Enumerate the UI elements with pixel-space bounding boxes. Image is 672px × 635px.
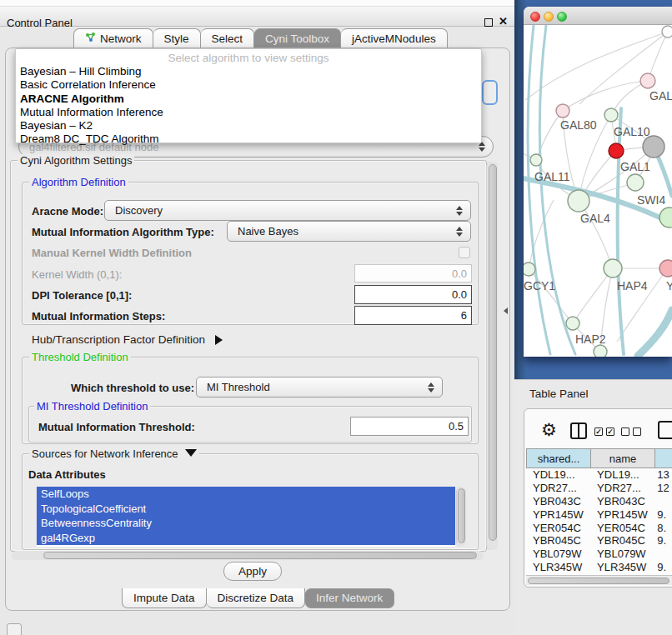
network-node-white[interactable] xyxy=(662,26,672,38)
network-edge[interactable] xyxy=(563,81,648,111)
table-cell: 9. xyxy=(654,508,672,522)
table-row[interactable]: YLR345WYLR345W9. xyxy=(526,561,672,574)
table-cell: YLR345W xyxy=(590,561,654,574)
kernel-width-field[interactable]: 0.0 xyxy=(354,264,472,282)
algorithm-option[interactable]: Mutual Information Inference xyxy=(16,106,481,119)
network-node-pinkstrong[interactable] xyxy=(659,260,672,277)
aracne-mode-label: Aracne Mode: xyxy=(32,205,103,218)
tab-discretize-data[interactable]: Discretize Data xyxy=(207,588,306,608)
sources-title-wrap[interactable]: Sources for Network Inference xyxy=(29,448,199,460)
algorithm-option[interactable]: Dream8 DC_TDC Algorithm xyxy=(16,132,481,146)
mi-type-combobox[interactable]: Naive Bayes xyxy=(227,221,471,242)
network-node-green[interactable] xyxy=(568,190,589,212)
apply-button[interactable]: Apply xyxy=(223,562,282,581)
split-divider-arrow-icon[interactable] xyxy=(504,308,508,314)
algorithm-dropdown-items: Bayesian – Hill ClimbingBasic Correlatio… xyxy=(16,65,481,147)
network-graph-canvas[interactable]: GALGAL80GAL10GAL1GAL11SWI4GAL4GCY1HAP4YH… xyxy=(524,25,672,357)
column-header[interactable] xyxy=(655,448,672,468)
table-row[interactable]: YBR043CYBR043C xyxy=(526,495,672,508)
algorithm-option[interactable]: Bayesian – K2 xyxy=(16,119,481,132)
algorithm-option[interactable]: Bayesian – Hill Climbing xyxy=(16,65,481,78)
tab-style[interactable]: Style xyxy=(153,28,201,48)
network-edge-highlighted[interactable] xyxy=(528,25,550,354)
network-node-label: HAP2 xyxy=(575,332,606,346)
focused-combo-fragment[interactable] xyxy=(482,80,498,105)
tab-label: jActiveMNodules xyxy=(352,32,436,45)
attribute-list-item[interactable]: TopologicalCoefficient xyxy=(37,502,455,517)
network-node-green[interactable] xyxy=(594,345,607,357)
network-node-green[interactable] xyxy=(604,108,618,122)
network-node-biggreen[interactable] xyxy=(659,208,672,228)
minimize-traffic-light-icon[interactable] xyxy=(544,12,554,22)
checked-boxes-icon[interactable]: ✓ xyxy=(594,428,603,436)
network-node-green[interactable] xyxy=(604,259,622,278)
aracne-mode-combobox[interactable]: Discovery xyxy=(104,200,471,221)
mi-type-label: Mutual Information Algorithm Type: xyxy=(32,226,214,238)
hub-definition-toggle[interactable]: Hub/Transcription Factor Definition xyxy=(32,333,223,346)
manual-kernel-label: Manual Kernel Width Definition xyxy=(32,247,192,259)
settings-horizontal-scrollbar[interactable] xyxy=(12,551,484,560)
network-node-pink[interactable] xyxy=(556,104,569,118)
combo-stepper-icon xyxy=(455,227,463,237)
tab-network[interactable]: Network xyxy=(73,28,153,48)
network-node-green[interactable] xyxy=(627,174,644,191)
tab-infer-network[interactable]: Infer Network xyxy=(305,588,394,608)
which-threshold-combobox[interactable]: MI Threshold xyxy=(196,377,443,398)
unchecked-boxes-icon[interactable] xyxy=(633,428,641,436)
gear-icon[interactable]: ⚙ xyxy=(541,421,557,439)
tab-label: Infer Network xyxy=(316,592,383,604)
close-icon[interactable]: ✕ xyxy=(499,15,508,28)
network-icon xyxy=(85,32,96,45)
table-row[interactable]: YPR145WYPR145W9. xyxy=(526,508,672,522)
table-row[interactable]: YBL079WYBL079W xyxy=(526,548,672,561)
table-row[interactable]: YER054CYER054C8. xyxy=(526,522,672,535)
mi-threshold-field[interactable]: 0.5 xyxy=(350,417,469,436)
algorithm-option[interactable]: Basic Correlation Inference xyxy=(16,78,481,92)
data-attributes-label: Data Attributes xyxy=(28,468,106,481)
network-edge[interactable] xyxy=(525,32,668,100)
which-threshold-value: MI Threshold xyxy=(197,381,427,393)
table-cell: YBR045C xyxy=(590,534,654,548)
mi-steps-field[interactable]: 6 xyxy=(354,306,472,325)
algorithm-option[interactable]: ARACNE Algorithm xyxy=(16,92,481,106)
table-row[interactable]: YBR045CYBR045C9. xyxy=(526,534,672,548)
table-horizontal-scrollbar[interactable] xyxy=(526,575,672,585)
table-row[interactable]: YDR27...YDR27...12 xyxy=(526,482,672,495)
zoom-traffic-light-icon[interactable] xyxy=(557,12,567,22)
close-traffic-light-icon[interactable] xyxy=(530,12,540,22)
tab-impute-data[interactable]: Impute Data xyxy=(122,588,207,608)
column-header[interactable]: name xyxy=(591,448,655,468)
network-node-green[interactable] xyxy=(524,262,535,276)
tab-select[interactable]: Select xyxy=(201,28,255,48)
chevron-down-icon xyxy=(185,449,197,457)
network-edge-highlighted[interactable] xyxy=(638,310,672,356)
network-node-label: GCY1 xyxy=(524,279,555,292)
network-node-green[interactable] xyxy=(530,154,542,166)
network-node-label: GAL11 xyxy=(534,170,570,183)
table-cell: YDR27... xyxy=(526,482,590,495)
document-icon[interactable] xyxy=(658,421,672,439)
network-node-gray[interactable] xyxy=(643,136,664,158)
table-row[interactable]: YDL19...YDL19...13 xyxy=(526,468,672,482)
attribute-list-item[interactable]: SelfLoops xyxy=(37,487,455,502)
collapsed-panel-button[interactable] xyxy=(7,623,22,635)
unchecked-boxes-icon[interactable] xyxy=(621,428,629,436)
network-node-label: GAL xyxy=(649,89,672,102)
attributes-list-scrollbar[interactable] xyxy=(456,487,466,547)
network-node-red[interactable] xyxy=(609,143,624,158)
tab-jactivemnodules[interactable]: jActiveMNodules xyxy=(341,28,448,48)
checked-boxes-icon[interactable]: ✓ xyxy=(606,428,614,436)
attribute-list-item[interactable]: BetweennessCentrality xyxy=(37,516,455,531)
column-header[interactable]: shared... xyxy=(526,448,591,468)
split-columns-icon[interactable] xyxy=(570,422,587,439)
manual-kernel-checkbox[interactable] xyxy=(459,247,470,258)
float-window-icon[interactable] xyxy=(484,18,493,27)
network-node-pink[interactable] xyxy=(640,73,655,88)
attribute-list-item[interactable]: gal4RGexp xyxy=(37,531,455,546)
dpi-tolerance-field[interactable]: 0.0 xyxy=(354,285,472,304)
settings-vertical-scrollbar[interactable] xyxy=(486,162,498,550)
tab-cyni-toolbox[interactable]: Cyni Toolbox xyxy=(254,28,341,48)
data-attributes-list[interactable]: SelfLoopsTopologicalCoefficientBetweenne… xyxy=(37,487,455,547)
network-node-green[interactable] xyxy=(566,317,579,330)
network-window-titlebar[interactable] xyxy=(524,7,672,25)
